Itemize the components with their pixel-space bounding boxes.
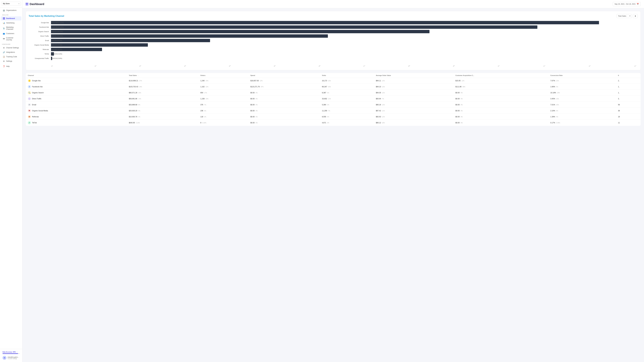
sidebar-item-label: Customers [6, 32, 14, 34]
sidebar-item-tracking-code[interactable]: 📋 Tracking Code [1, 55, 22, 59]
sidebar-item-label: Customer Journey [6, 37, 20, 41]
bar-value: $180.56 (0.04%) [52, 58, 62, 59]
bar-value: $103,703.43 (24%) [52, 26, 64, 28]
sidebar-item-advertising[interactable]: 📊 Advertising [1, 21, 22, 25]
table-row[interactable]: 🔍 Organic Search $80,571.28 19% 854 17% … [26, 90, 641, 96]
sidebar-item-label: Settings [6, 60, 12, 62]
bar-background: $20,630.20 (5%) [51, 43, 638, 47]
sidebar-item-channel-settings[interactable]: ⚙ Channel Settings [1, 46, 22, 50]
x-axis-label: $50K [274, 65, 277, 67]
cac-cell: $0.00 0% [454, 96, 548, 102]
sidebar: My Store ▾ 🏢 Organizations ANALYZE Dashb… [0, 0, 22, 362]
download-button[interactable]: ⬇ [633, 14, 638, 18]
section-label-configure: CONFIGURE [0, 42, 22, 45]
section-label-analyze: ANALYZE [0, 12, 22, 16]
store-name: My Store [3, 3, 10, 4]
bar-value: $80,571.28 (19%) [52, 31, 63, 32]
bar-row: Referrals$10,930.78 (3%) [51, 48, 638, 51]
bar-row: TikTok$640.95 (0.15%) [51, 52, 638, 55]
accuracy-progress-bar [2, 353, 20, 354]
bar-label: Referrals [29, 49, 50, 50]
chart-controls: Total Sales Orders Spend Visits ⬇ [616, 14, 638, 18]
bar-fill: $116,698.21 (27%) [51, 21, 599, 24]
x-axis: $0$10K$20K$30K$40K$50K$60K$70K$80K$90K$1… [51, 65, 638, 67]
conversion-rate-cell: 2.10% 6% [548, 108, 616, 114]
bar-background: $103,703.43 (24%) [51, 25, 638, 29]
it-cell: 1, [616, 84, 641, 90]
col-total-sales[interactable]: Total Sales ↓ [127, 73, 198, 78]
it-cell: 2, [616, 78, 641, 84]
channel-cell: ❤ Organic Social Media [26, 108, 127, 114]
bar-fill: $80,571.28 (19%) [51, 30, 430, 33]
sidebar-item-label: Advertising [6, 22, 14, 24]
channel-icon: 🔍 [28, 91, 31, 94]
store-selector[interactable]: My Store ▾ [2, 2, 21, 5]
sidebar-item-integrations[interactable]: 🔗 Integrations [1, 50, 22, 54]
bar-value: $58,991.86 (14%) [52, 35, 63, 37]
sidebar-item-help[interactable]: ❓ Help [1, 64, 22, 68]
visits-cell: 66,347 43% [320, 84, 374, 90]
sidebar-item-customers[interactable]: 👥 Customers [1, 31, 22, 36]
conversion-rate-cell: 7.67% 22% [548, 78, 616, 84]
table-row[interactable]: ✓ TikTok $640.95 0.15% 8 0.16% $0.00 0% … [26, 120, 641, 126]
spend-cell: $0.00 0% [248, 102, 320, 108]
sidebar-item-dashboard[interactable]: Dashboard [1, 16, 22, 20]
sidebar-item-organizations[interactable]: 🏢 Organizations [1, 8, 22, 12]
chart-header: Total Sales by Marketing Channel Total S… [29, 14, 638, 18]
aov-cell: $90.16 12% [374, 102, 453, 108]
table-row[interactable]: f Facebook Ads $103,703.43 24% 1,102 22%… [26, 84, 641, 90]
bar-label: Email [29, 40, 50, 41]
x-axis-label: $30K [184, 65, 187, 67]
sidebar-item-label: Tracking Code [6, 56, 17, 58]
channel-cell: M Referrals [26, 114, 127, 120]
data-accuracy-section[interactable]: Data Accuracy: 90% › [2, 351, 21, 355]
table-row[interactable]: ❤ Organic Social Media $20,630.20 5% 236… [26, 108, 641, 114]
it-cell: 1, [616, 90, 641, 96]
page-title: Dashboard [30, 2, 44, 6]
bar-row: Organic Social Media$20,630.20 (5%) [51, 43, 638, 47]
x-axis-label: $120K [588, 65, 592, 67]
sidebar-item-settings[interactable]: ⚙ Settings [1, 59, 22, 63]
channel-name: Email [32, 104, 36, 106]
metric-select[interactable]: Total Sales Orders Spend Visits [616, 14, 632, 18]
bar-fill: $58,991.86 (14%) [51, 34, 328, 38]
col-aov: Average Order Value [374, 73, 453, 78]
bar-label: Direct Traffic [29, 35, 50, 37]
account-settings-label: Account Settings [8, 358, 20, 359]
channel-name: Direct Traffic [32, 98, 41, 100]
x-axis-label: $100K [498, 65, 501, 67]
sidebar-item-customer-journey[interactable]: 🗺 Customer Journey [1, 36, 22, 42]
advertising-icon: 📊 [3, 22, 5, 24]
svg-rect-3 [4, 18, 5, 19]
bar-fill: $10,930.78 (3%) [51, 48, 102, 51]
svg-rect-0 [3, 17, 4, 18]
orders-cell: 1,240 24% [198, 78, 248, 84]
table-row[interactable]: ⬡ Direct Traffic $58,991.86 14% 1,158 23… [26, 96, 641, 102]
channel-cell: 🔍 Organic Search [26, 90, 127, 96]
account-row[interactable]: M mike@thoughtmetr... Account Settings [2, 355, 21, 361]
table-row[interactable]: M Referrals $10,930.78 3% 118 2% $0.00 0… [26, 114, 641, 120]
svg-rect-1 [4, 17, 5, 18]
spend-cell: $0.00 0% [248, 90, 320, 96]
sidebar-item-marketing-channels[interactable]: 📡 Marketing Channels [1, 25, 22, 31]
channel-cell: f Facebook Ads [26, 84, 127, 90]
aov-cell: $92.63 12% [374, 114, 453, 120]
visits-cell: 16,173 10% [320, 78, 374, 84]
account-email: mike@thoughtmetr... [8, 357, 20, 358]
bar-label: TikTok [29, 53, 50, 55]
col-visits: Visits [320, 73, 374, 78]
aov-cell: $94.35 12% [374, 90, 453, 96]
bar-label: Google Ads [29, 22, 50, 23]
table-row[interactable]: ✉ Email $33,898.68 8% 376 7% $0.00 0% 5,… [26, 102, 641, 108]
conversion-rate-cell: 7.01% 20% [548, 102, 616, 108]
date-range-button[interactable]: Sep 19, 2021 - Oct 18, 2021 📅 [613, 2, 641, 6]
channel-cell: 🟡 Google Ads [26, 78, 127, 84]
aov-cell: $80.12 10% [374, 120, 453, 126]
sidebar-item-label: Channel Settings [6, 47, 19, 49]
table-row[interactable]: 🟡 Google Ads $116,698.21 27% 1,240 24% $… [26, 78, 641, 84]
content-area: Total Sales by Marketing Channel Total S… [22, 8, 644, 362]
it-cell: 11 [616, 120, 641, 126]
bar-row: Google Ads$116,698.21 (27%) [51, 21, 638, 24]
bar-label: Organic Search [29, 31, 50, 32]
bar-row: Organic Search$80,571.28 (19%) [51, 30, 638, 33]
